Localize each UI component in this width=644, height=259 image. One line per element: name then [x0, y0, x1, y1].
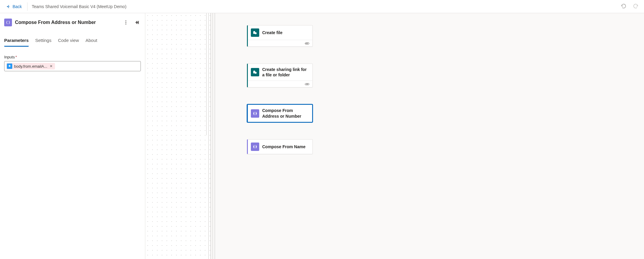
card-title: Create sharing link for a file or folder	[262, 67, 309, 78]
svg-point-9	[255, 72, 257, 74]
sharepoint-icon	[251, 28, 259, 37]
compose-icon	[4, 19, 12, 26]
dynamic-content-icon	[7, 63, 12, 69]
compose-icon	[251, 109, 259, 118]
more-button[interactable]	[122, 19, 129, 26]
card-create-file[interactable]: Create file	[247, 25, 313, 47]
redo-button[interactable]	[631, 2, 640, 11]
card-title: Compose From Address or Number	[262, 108, 309, 119]
svg-point-12	[307, 83, 309, 85]
divider	[27, 2, 28, 11]
back-button[interactable]: Back	[4, 3, 24, 10]
chevron-double-left-icon	[135, 20, 140, 25]
svg-point-7	[307, 43, 309, 44]
svg-point-4	[255, 32, 257, 34]
topbar-actions	[619, 2, 640, 11]
svg-rect-5	[253, 32, 255, 34]
link-icon	[305, 42, 309, 45]
arrow-left-icon	[6, 4, 11, 9]
scope-bars	[206, 13, 215, 259]
compose-icon	[251, 143, 259, 151]
config-panel: Compose From Address or Number Parameter…	[0, 13, 145, 259]
card-title: Compose From Name	[262, 144, 306, 149]
svg-rect-10	[253, 72, 255, 73]
flow-title: Teams Shared Voicemail Basic V4 (MeetUp …	[32, 4, 126, 9]
card-compose-from-address[interactable]: Compose From Address or Number	[247, 104, 313, 122]
tab-parameters[interactable]: Parameters	[4, 38, 29, 47]
token-text: body.from.emailA...	[14, 64, 47, 69]
svg-point-1	[126, 22, 126, 23]
flow-cards: Create file Create sharing link for a fi…	[247, 25, 313, 154]
card-footer	[248, 81, 312, 87]
undo-button[interactable]	[619, 2, 628, 11]
link-icon	[305, 83, 309, 86]
tab-settings[interactable]: Settings	[35, 38, 51, 47]
tab-about[interactable]: About	[86, 38, 97, 47]
svg-point-2	[126, 24, 126, 24]
back-label: Back	[13, 4, 22, 9]
svg-point-0	[126, 21, 126, 21]
panel-header-actions	[122, 19, 141, 26]
canvas-dot-background	[145, 13, 211, 259]
inputs-label: Inputs*	[4, 55, 141, 59]
designer-canvas[interactable]: Create file Create sharing link for a fi…	[145, 13, 644, 259]
card-create-sharing-link[interactable]: Create sharing link for a file or folder	[247, 63, 313, 87]
sharepoint-icon	[251, 68, 259, 76]
top-bar: Back Teams Shared Voicemail Basic V4 (Me…	[0, 0, 644, 13]
redo-icon	[633, 4, 639, 10]
main-area: Compose From Address or Number Parameter…	[0, 13, 644, 259]
card-compose-from-name[interactable]: Compose From Name	[247, 139, 313, 154]
undo-icon	[621, 4, 627, 10]
panel-tabs: Parameters Settings Code view About	[4, 38, 141, 47]
more-vertical-icon	[123, 20, 129, 25]
inputs-field[interactable]: body.from.emailA... ✕	[4, 61, 141, 71]
panel-title: Compose From Address or Number	[15, 20, 96, 25]
card-footer	[248, 40, 312, 46]
token-remove-button[interactable]: ✕	[49, 64, 53, 68]
token-body-from-email[interactable]: body.from.emailA... ✕	[6, 63, 55, 69]
collapse-button[interactable]	[134, 19, 141, 26]
card-title: Create file	[262, 30, 283, 35]
tab-code-view[interactable]: Code view	[58, 38, 79, 47]
panel-header: Compose From Address or Number	[4, 19, 141, 26]
